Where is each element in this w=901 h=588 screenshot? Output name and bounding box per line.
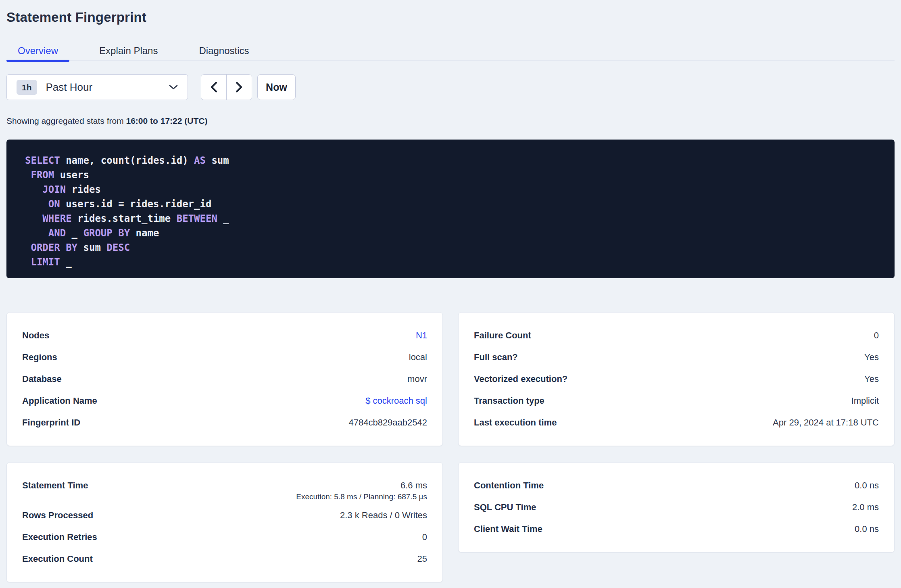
sql-line: ON users.id = rides.rider_id	[25, 197, 878, 211]
tabs: OverviewExplain PlansDiagnostics	[6, 41, 895, 61]
info-row: Regionslocal	[22, 346, 427, 368]
info-row: Contention Time0.0 ns	[474, 475, 879, 496]
row-label: Vectorized execution?	[474, 368, 567, 390]
row-value: Apr 29, 2024 at 17:18 UTC	[773, 412, 879, 434]
sql-keyword: DESC	[106, 242, 130, 253]
sql-keyword: BETWEEN	[177, 213, 217, 224]
execution-attributes-card: Failure Count0Full scan?YesVectorized ex…	[458, 312, 895, 446]
performance-cards-row: Statement Time6.6 msExecution: 5.8 ms / …	[6, 462, 895, 582]
sql-text: _	[66, 227, 83, 239]
row-value-text: 0	[422, 526, 427, 548]
row-value: 0.0 ns	[855, 518, 879, 540]
info-row: Failure Count0	[474, 325, 879, 346]
row-label: Client Wait Time	[474, 518, 542, 540]
sql-text: _	[217, 213, 229, 224]
row-label: Regions	[22, 346, 57, 368]
row-label: Nodes	[22, 325, 49, 346]
sql-text: rides.start_time	[72, 213, 177, 224]
tab-diagnostics[interactable]: Diagnostics	[188, 41, 260, 60]
row-value: Yes	[864, 368, 879, 390]
row-label: Database	[22, 368, 62, 390]
row-label: Execution Retries	[22, 526, 97, 548]
info-row: Rows Processed2.3 k Reads / 0 Writes	[22, 505, 427, 526]
sql-keyword: GROUP BY	[83, 227, 130, 239]
row-value-text: 0.0 ns	[855, 518, 879, 540]
row-value: Yes	[864, 346, 879, 368]
sql-statement-code: SELECT name, count(rides.id) AS sum FROM…	[25, 153, 878, 269]
time-range-dropdown[interactable]: 1h Past Hour	[6, 74, 188, 100]
info-row: Vectorized execution?Yes	[474, 368, 879, 390]
tab-explain-plans[interactable]: Explain Plans	[88, 41, 169, 60]
sql-text: users	[54, 169, 89, 181]
sql-text	[25, 198, 48, 210]
row-value-text: 0.0 ns	[855, 475, 879, 496]
info-row: Statement Time6.6 msExecution: 5.8 ms / …	[22, 475, 427, 505]
sql-text: name, count(rides.id)	[60, 155, 194, 166]
info-row: SQL CPU Time2.0 ms	[474, 496, 879, 518]
row-value-link[interactable]: $ cockroach sql	[365, 390, 427, 412]
next-time-button[interactable]	[227, 75, 252, 100]
sql-keyword: JOIN	[42, 184, 66, 195]
sql-keyword: ON	[48, 198, 60, 210]
sql-text	[25, 256, 31, 268]
row-value-text: 2.0 ms	[852, 496, 879, 518]
row-value: 2.3 k Reads / 0 Writes	[340, 505, 427, 526]
time-range-badge: 1h	[17, 80, 37, 95]
overview-cards-row: NodesN1RegionslocalDatabasemovrApplicati…	[6, 312, 895, 446]
info-row: NodesN1	[22, 325, 427, 346]
sql-text	[25, 169, 31, 181]
info-row: Client Wait Time0.0 ns	[474, 518, 879, 540]
row-label: Fingerprint ID	[22, 412, 80, 434]
sql-keyword: WHERE	[42, 213, 71, 224]
sql-line: FROM users	[25, 168, 878, 182]
row-value-text: Yes	[864, 368, 879, 390]
sql-line: SELECT name, count(rides.id) AS sum	[25, 153, 878, 168]
row-label: Rows Processed	[22, 505, 93, 526]
statement-time-card: Statement Time6.6 msExecution: 5.8 ms / …	[6, 462, 443, 582]
chevron-right-icon	[235, 81, 243, 93]
sql-line: JOIN rides	[25, 182, 878, 197]
row-value: 25	[417, 548, 427, 570]
row-label: Failure Count	[474, 325, 531, 346]
sql-text: name	[130, 227, 159, 239]
row-value-link[interactable]: N1	[416, 325, 427, 346]
sql-keyword: SELECT	[25, 155, 60, 166]
row-value-text: Apr 29, 2024 at 17:18 UTC	[773, 412, 879, 434]
info-row: Execution Retries0	[22, 526, 427, 548]
row-value-text: Yes	[864, 346, 879, 368]
sql-text: sum	[77, 242, 106, 253]
info-row: Last execution timeApr 29, 2024 at 17:18…	[474, 412, 879, 434]
info-row: Full scan?Yes	[474, 346, 879, 368]
row-value-text: 25	[417, 548, 427, 570]
tab-overview[interactable]: Overview	[6, 41, 69, 60]
sql-keyword: AND	[48, 227, 66, 239]
chevron-left-icon	[210, 81, 218, 93]
aggregated-stats-prefix: Showing aggregated stats from	[6, 116, 126, 125]
time-toolbar: 1h Past Hour Now	[6, 74, 895, 100]
row-value-text: Implicit	[851, 390, 879, 412]
info-row: Execution Count25	[22, 548, 427, 570]
sql-text	[25, 242, 31, 253]
time-range-label: Past Hour	[46, 81, 93, 94]
row-value-text: 2.3 k Reads / 0 Writes	[340, 505, 427, 526]
row-label: Last execution time	[474, 412, 557, 434]
row-value: 2.0 ms	[852, 496, 879, 518]
sql-keyword: ORDER BY	[31, 242, 77, 253]
page-title: Statement Fingerprint	[6, 10, 895, 25]
aggregated-stats-text: Showing aggregated stats from 16:00 to 1…	[6, 116, 895, 126]
row-value-text: local	[409, 346, 427, 368]
row-label: Contention Time	[474, 475, 544, 496]
row-label: Transaction type	[474, 390, 544, 412]
row-value: movr	[407, 368, 427, 390]
row-label: SQL CPU Time	[474, 496, 536, 518]
sql-keyword: AS	[194, 155, 206, 166]
sql-line: ORDER BY sum DESC	[25, 240, 878, 255]
statement-details-card: NodesN1RegionslocalDatabasemovrApplicati…	[6, 312, 443, 446]
now-button[interactable]: Now	[257, 74, 296, 100]
prev-time-button[interactable]	[201, 75, 226, 100]
row-label: Execution Count	[22, 548, 93, 570]
time-nav-buttons	[201, 74, 252, 100]
row-value: local	[409, 346, 427, 368]
sql-line: AND _ GROUP BY name	[25, 226, 878, 240]
sql-line: LIMIT _	[25, 255, 878, 269]
